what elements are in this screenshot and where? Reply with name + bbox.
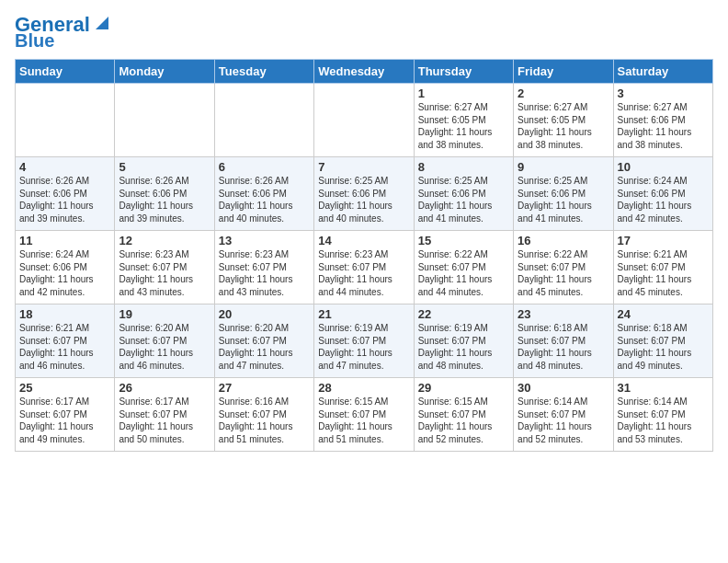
day-number: 23 [518,307,609,321]
day-number: 13 [219,234,310,247]
day-number: 19 [119,307,210,321]
logo-icon [92,13,112,33]
day-number: 9 [518,160,609,174]
day-number: 12 [119,234,210,247]
calendar-week-row: 11Sunrise: 6:24 AMSunset: 6:06 PMDayligh… [16,231,713,304]
calendar-cell [16,84,115,157]
day-number: 18 [19,307,110,321]
weekday-header: Wednesday [314,60,414,84]
calendar-cell: 25Sunrise: 6:17 AMSunset: 6:07 PMDayligh… [16,378,115,452]
calendar-cell: 13Sunrise: 6:23 AMSunset: 6:07 PMDayligh… [214,231,313,304]
weekday-header: Thursday [414,60,513,84]
calendar-cell [115,84,214,157]
cell-info: Sunrise: 6:16 AMSunset: 6:07 PMDaylight:… [219,396,310,445]
day-number: 11 [19,234,110,247]
cell-info: Sunrise: 6:14 AMSunset: 6:07 PMDaylight:… [518,396,609,445]
calendar-cell: 5Sunrise: 6:26 AMSunset: 6:06 PMDaylight… [115,157,214,231]
day-number: 30 [518,381,609,395]
cell-info: Sunrise: 6:25 AMSunset: 6:06 PMDaylight:… [318,175,409,224]
calendar-cell: 12Sunrise: 6:23 AMSunset: 6:07 PMDayligh… [115,231,214,304]
calendar-cell: 8Sunrise: 6:25 AMSunset: 6:06 PMDaylight… [414,157,513,231]
cell-info: Sunrise: 6:20 AMSunset: 6:07 PMDaylight:… [219,322,310,372]
day-number: 4 [19,160,110,174]
day-number: 8 [418,160,509,174]
calendar-cell: 16Sunrise: 6:22 AMSunset: 6:07 PMDayligh… [514,231,613,304]
logo-blue-text: Blue [15,31,54,50]
weekday-header: Sunday [16,60,115,84]
day-number: 26 [119,381,210,395]
page-header: General Blue [15,15,713,50]
day-number: 2 [518,86,609,100]
calendar-cell: 11Sunrise: 6:24 AMSunset: 6:06 PMDayligh… [16,231,115,304]
day-number: 31 [618,381,709,395]
calendar-cell: 6Sunrise: 6:26 AMSunset: 6:06 PMDaylight… [214,157,313,231]
weekday-header: Monday [115,60,214,84]
day-number: 17 [618,234,709,247]
calendar-cell: 19Sunrise: 6:20 AMSunset: 6:07 PMDayligh… [115,304,214,378]
day-number: 16 [518,234,609,247]
cell-info: Sunrise: 6:21 AMSunset: 6:07 PMDaylight:… [618,248,709,298]
cell-info: Sunrise: 6:18 AMSunset: 6:07 PMDaylight:… [618,322,709,372]
day-number: 1 [418,86,509,100]
day-number: 27 [219,381,310,395]
cell-info: Sunrise: 6:23 AMSunset: 6:07 PMDaylight:… [219,248,310,298]
day-number: 24 [618,307,709,321]
cell-info: Sunrise: 6:17 AMSunset: 6:07 PMDaylight:… [19,396,110,445]
cell-info: Sunrise: 6:19 AMSunset: 6:07 PMDaylight:… [418,322,509,372]
cell-info: Sunrise: 6:27 AMSunset: 6:06 PMDaylight:… [618,101,709,151]
day-number: 7 [318,160,409,174]
logo: General Blue [15,15,112,50]
calendar-cell: 21Sunrise: 6:19 AMSunset: 6:07 PMDayligh… [314,304,414,378]
calendar-cell: 4Sunrise: 6:26 AMSunset: 6:06 PMDaylight… [16,157,115,231]
cell-info: Sunrise: 6:27 AMSunset: 6:05 PMDaylight:… [518,101,609,151]
calendar-cell: 30Sunrise: 6:14 AMSunset: 6:07 PMDayligh… [514,378,613,452]
calendar-cell: 15Sunrise: 6:22 AMSunset: 6:07 PMDayligh… [414,231,513,304]
calendar-cell: 29Sunrise: 6:15 AMSunset: 6:07 PMDayligh… [414,378,513,452]
day-number: 29 [418,381,509,395]
cell-info: Sunrise: 6:15 AMSunset: 6:07 PMDaylight:… [418,396,509,445]
calendar-cell: 23Sunrise: 6:18 AMSunset: 6:07 PMDayligh… [514,304,613,378]
calendar-table: SundayMondayTuesdayWednesdayThursdayFrid… [15,59,713,452]
calendar-cell: 1Sunrise: 6:27 AMSunset: 6:05 PMDaylight… [414,84,513,157]
cell-info: Sunrise: 6:15 AMSunset: 6:07 PMDaylight:… [318,396,409,445]
calendar-cell: 22Sunrise: 6:19 AMSunset: 6:07 PMDayligh… [414,304,513,378]
day-number: 5 [119,160,210,174]
calendar-cell: 17Sunrise: 6:21 AMSunset: 6:07 PMDayligh… [613,231,712,304]
cell-info: Sunrise: 6:20 AMSunset: 6:07 PMDaylight:… [119,322,210,372]
day-number: 21 [318,307,409,321]
cell-info: Sunrise: 6:22 AMSunset: 6:07 PMDaylight:… [418,248,509,298]
calendar-cell: 26Sunrise: 6:17 AMSunset: 6:07 PMDayligh… [115,378,214,452]
weekday-header: Tuesday [214,60,313,84]
weekday-header: Friday [514,60,613,84]
cell-info: Sunrise: 6:26 AMSunset: 6:06 PMDaylight:… [19,175,110,224]
day-number: 3 [618,86,709,100]
cell-info: Sunrise: 6:23 AMSunset: 6:07 PMDaylight:… [318,248,409,298]
calendar-cell: 31Sunrise: 6:14 AMSunset: 6:07 PMDayligh… [613,378,712,452]
calendar-cell: 9Sunrise: 6:25 AMSunset: 6:06 PMDaylight… [514,157,613,231]
day-number: 25 [19,381,110,395]
cell-info: Sunrise: 6:27 AMSunset: 6:05 PMDaylight:… [418,101,509,151]
cell-info: Sunrise: 6:14 AMSunset: 6:07 PMDaylight:… [618,396,709,445]
calendar-week-row: 18Sunrise: 6:21 AMSunset: 6:07 PMDayligh… [16,304,713,378]
day-number: 22 [418,307,509,321]
calendar-cell: 2Sunrise: 6:27 AMSunset: 6:05 PMDaylight… [514,84,613,157]
day-number: 14 [318,234,409,247]
calendar-cell: 18Sunrise: 6:21 AMSunset: 6:07 PMDayligh… [16,304,115,378]
calendar-cell [314,84,414,157]
cell-info: Sunrise: 6:19 AMSunset: 6:07 PMDaylight:… [318,322,409,372]
day-number: 20 [219,307,310,321]
cell-info: Sunrise: 6:24 AMSunset: 6:06 PMDaylight:… [19,248,110,298]
day-number: 28 [318,381,409,395]
cell-info: Sunrise: 6:26 AMSunset: 6:06 PMDaylight:… [119,175,210,224]
calendar-cell: 28Sunrise: 6:15 AMSunset: 6:07 PMDayligh… [314,378,414,452]
day-number: 6 [219,160,310,174]
calendar-week-row: 4Sunrise: 6:26 AMSunset: 6:06 PMDaylight… [16,157,713,231]
cell-info: Sunrise: 6:22 AMSunset: 6:07 PMDaylight:… [518,248,609,298]
svg-marker-0 [96,17,108,29]
calendar-header-row: SundayMondayTuesdayWednesdayThursdayFrid… [16,60,713,84]
calendar-cell: 14Sunrise: 6:23 AMSunset: 6:07 PMDayligh… [314,231,414,304]
day-number: 15 [418,234,509,247]
day-number: 10 [618,160,709,174]
cell-info: Sunrise: 6:25 AMSunset: 6:06 PMDaylight:… [518,175,609,224]
calendar-cell: 20Sunrise: 6:20 AMSunset: 6:07 PMDayligh… [214,304,313,378]
